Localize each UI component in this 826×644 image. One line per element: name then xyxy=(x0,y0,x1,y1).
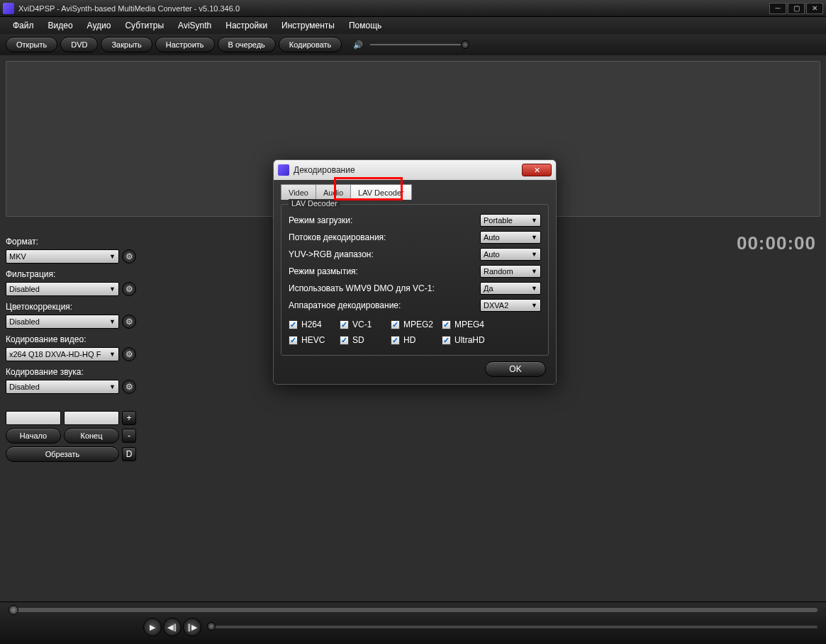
format-select[interactable]: MKV▼ xyxy=(6,249,119,264)
seek-mini-thumb[interactable] xyxy=(207,622,216,631)
aenc-label: Кодирование звука: xyxy=(6,367,136,377)
seek-thumb[interactable] xyxy=(9,605,18,615)
remove-region-button[interactable]: - xyxy=(122,429,136,443)
check-hd[interactable]: ✓HD xyxy=(391,332,442,348)
load-mode-select[interactable]: Portable▼ xyxy=(480,214,541,227)
format-label: Формат: xyxy=(6,237,136,247)
frame-back-button[interactable]: ◀∥ xyxy=(163,618,182,636)
toolbar: Открыть DVD Закрыть Настроить В очередь … xyxy=(0,34,826,55)
close-button[interactable]: ✕ xyxy=(806,3,823,14)
menu-audio[interactable]: Аудио xyxy=(80,21,118,30)
trim-start-input[interactable] xyxy=(6,411,61,425)
check-vc1[interactable]: ✓VC-1 xyxy=(340,317,391,332)
menu-settings[interactable]: Настройки xyxy=(218,21,274,30)
wmv9-label: Использовать WMV9 DMO для VC-1: xyxy=(289,283,480,293)
volume-slider[interactable] xyxy=(370,44,469,45)
dither-label: Режим размытия: xyxy=(289,266,480,276)
dialog-titlebar: Декодирование ✕ xyxy=(274,160,556,180)
lav-decoder-group: LAV Decoder Режим загрузки:Portable▼ Пот… xyxy=(281,204,549,356)
window-title: XviD4PSP - AviSynth-based MultiMedia Con… xyxy=(18,4,240,13)
group-title: LAV Decoder xyxy=(289,199,340,208)
app-icon xyxy=(3,3,14,14)
volume-thumb[interactable] xyxy=(461,40,469,49)
aenc-gear-icon[interactable]: ⚙ xyxy=(122,380,136,394)
venc-label: Кодирование видео: xyxy=(6,334,136,344)
color-select[interactable]: Disabled▼ xyxy=(6,315,119,329)
venc-select[interactable]: x264 Q18 DXVA-HD-HQ Film▼ xyxy=(6,347,119,361)
menu-video[interactable]: Видео xyxy=(41,21,80,30)
seek-bar[interactable] xyxy=(9,608,817,612)
color-label: Цветокоррекция: xyxy=(6,302,136,312)
configure-button[interactable]: Настроить xyxy=(155,37,215,52)
decoding-dialog: Декодирование ✕ Video Audio LAV Decoder … xyxy=(273,159,557,385)
check-mpeg4[interactable]: ✓MPEG4 xyxy=(442,317,493,332)
venc-gear-icon[interactable]: ⚙ xyxy=(122,347,136,361)
menu-avisynth[interactable]: AviSynth xyxy=(171,21,218,30)
dialog-close-button[interactable]: ✕ xyxy=(522,164,552,176)
d-button[interactable]: D xyxy=(122,447,136,461)
sidebar: Формат: MKV▼ ⚙ Фильтрация: Disabled▼ ⚙ Ц… xyxy=(0,234,142,462)
queue-button[interactable]: В очередь xyxy=(218,37,276,52)
dialog-title: Декодирование xyxy=(294,165,355,175)
maximize-button[interactable]: ▢ xyxy=(788,3,805,14)
check-h264[interactable]: ✓H264 xyxy=(289,317,340,332)
menu-subtitles[interactable]: Субтитры xyxy=(118,21,171,30)
menu-tools[interactable]: Инструменты xyxy=(274,21,342,30)
menubar: Файл Видео Аудио Субтитры AviSynth Настр… xyxy=(0,17,826,34)
menu-help[interactable]: Помощь xyxy=(342,21,389,30)
threads-select[interactable]: Auto▼ xyxy=(480,231,541,244)
close-file-button[interactable]: Закрыть xyxy=(101,37,152,52)
minimize-button[interactable]: ─ xyxy=(769,3,786,14)
open-button[interactable]: Открыть xyxy=(6,37,57,52)
wmv9-select[interactable]: Да▼ xyxy=(480,282,541,295)
trim-button[interactable]: Обрезать xyxy=(6,446,119,462)
hwdec-select[interactable]: DXVA2▼ xyxy=(480,299,541,312)
dialog-app-icon xyxy=(278,164,289,176)
filter-label: Фильтрация: xyxy=(6,269,136,279)
format-gear-icon[interactable]: ⚙ xyxy=(122,249,136,264)
timecode: 00:00:00 xyxy=(737,232,816,254)
yuvrgb-select[interactable]: Auto▼ xyxy=(480,248,541,261)
playback-bar: ▶ ◀∥ ∥▶ xyxy=(0,601,826,644)
seek-mini[interactable] xyxy=(207,626,817,628)
volume-icon: 🔊 xyxy=(353,40,363,50)
yuvrgb-label: YUV->RGB диапазон: xyxy=(289,249,480,259)
dvd-button[interactable]: DVD xyxy=(60,37,98,52)
frame-forward-button[interactable]: ∥▶ xyxy=(183,618,201,636)
hwdec-label: Аппаратное декодирование: xyxy=(289,300,480,310)
tab-audio[interactable]: Audio xyxy=(316,184,351,200)
trim-end-input[interactable] xyxy=(64,411,119,425)
ok-button[interactable]: OK xyxy=(485,361,546,377)
color-gear-icon[interactable]: ⚙ xyxy=(122,315,136,329)
codec-checks: ✓H264 ✓VC-1 ✓MPEG2 ✓MPEG4 ✓HEVC ✓SD ✓HD … xyxy=(289,317,541,348)
titlebar: XviD4PSP - AviSynth-based MultiMedia Con… xyxy=(0,0,826,17)
filter-gear-icon[interactable]: ⚙ xyxy=(122,282,136,296)
encode-button[interactable]: Кодировать xyxy=(279,37,342,52)
end-button[interactable]: Конец xyxy=(64,428,119,444)
tab-video[interactable]: Video xyxy=(281,184,316,200)
dialog-tabs: Video Audio LAV Decoder xyxy=(281,184,549,200)
check-ultrahd[interactable]: ✓UltraHD xyxy=(442,332,493,348)
add-region-button[interactable]: + xyxy=(122,411,136,425)
filter-select[interactable]: Disabled▼ xyxy=(6,282,119,296)
check-sd[interactable]: ✓SD xyxy=(340,332,391,348)
play-button[interactable]: ▶ xyxy=(143,618,162,636)
tab-lav-decoder[interactable]: LAV Decoder xyxy=(350,184,412,200)
menu-file[interactable]: Файл xyxy=(6,21,41,30)
aenc-select[interactable]: Disabled▼ xyxy=(6,380,119,394)
check-mpeg2[interactable]: ✓MPEG2 xyxy=(391,317,442,332)
threads-label: Потоков декодирования: xyxy=(289,232,480,242)
check-hevc[interactable]: ✓HEVC xyxy=(289,332,340,348)
dither-select[interactable]: Random▼ xyxy=(480,265,541,278)
start-button[interactable]: Начало xyxy=(6,428,61,444)
load-mode-label: Режим загрузки: xyxy=(289,215,480,225)
